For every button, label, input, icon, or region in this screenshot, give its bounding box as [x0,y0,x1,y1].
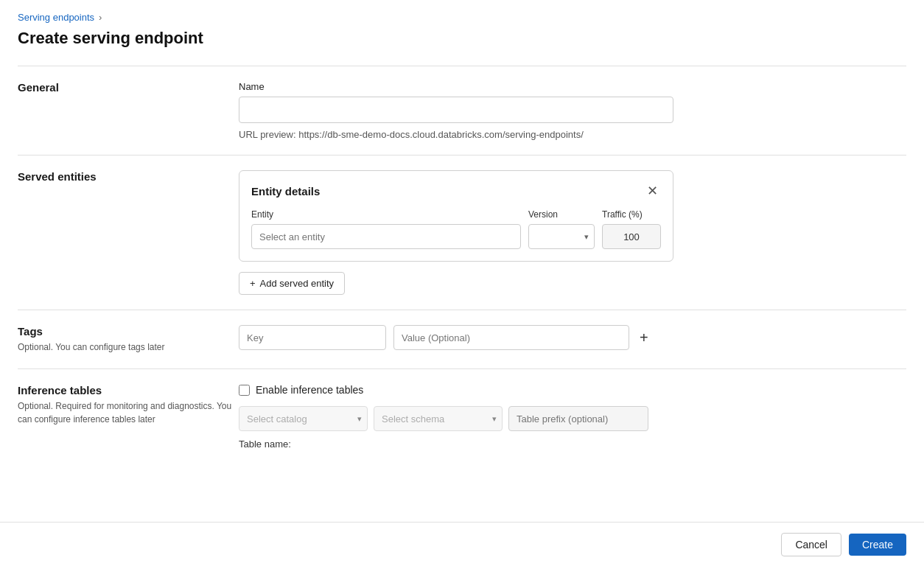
general-heading: General [18,81,239,94]
served-entities-label: Served entities [18,170,239,295]
name-field-label: Name [239,81,906,92]
entity-select-input[interactable] [251,224,521,249]
served-entities-content: Entity details ✕ Entity Version [239,170,906,295]
tag-value-input[interactable] [393,325,629,350]
version-select-wrapper [528,224,595,249]
tags-heading: Tags [18,325,239,338]
inference-tables-content: Enable inference tables Select catalog S… [239,384,906,450]
url-preview: URL preview: https://db-sme-demo-docs.cl… [239,129,906,140]
inference-tables-label: Inference tables Optional. Required for … [18,384,239,450]
schema-select-wrapper: Select schema [374,406,503,431]
schema-select[interactable]: Select schema [374,406,503,431]
url-preview-prefix: URL preview: [239,129,296,140]
enable-inference-label[interactable]: Enable inference tables [256,384,363,396]
traffic-input[interactable] [602,224,661,249]
entity-col-label: Entity [251,209,521,220]
general-section-label: General [18,81,239,140]
served-entities-section: Served entities Entity details ✕ Entity [18,155,906,310]
breadcrumb-separator: › [99,12,102,23]
tag-key-input[interactable] [239,325,386,350]
enable-inference-checkbox-row: Enable inference tables [239,384,906,396]
entity-card-close-button[interactable]: ✕ [644,183,661,199]
entity-card-header: Entity details ✕ [251,183,661,199]
add-icon: + [250,278,256,289]
inference-selects-row: Select catalog Select schema [239,406,906,431]
table-name-row: Table name: [239,439,906,450]
entity-field: Entity [251,209,521,249]
inference-tables-description: Optional. Required for monitoring and di… [18,399,239,426]
traffic-col-label: Traffic (%) [602,209,661,220]
tags-section: Tags Optional. You can configure tags la… [18,310,906,368]
traffic-field: Traffic (%) [602,209,661,249]
table-prefix-input[interactable] [508,406,648,431]
cancel-button[interactable]: Cancel [781,533,841,556]
breadcrumb-link[interactable]: Serving endpoints [18,12,94,23]
table-name-label: Table name: [239,439,291,450]
tags-section-label: Tags Optional. You can configure tags la… [18,325,239,354]
tags-row: + [239,325,906,350]
inference-tables-heading: Inference tables [18,384,239,396]
entity-card-title: Entity details [251,185,320,198]
tags-section-content: + [239,325,906,354]
entity-fields: Entity Version Traffic [251,209,661,249]
add-entity-label: Add served entity [260,278,334,289]
url-preview-value: https://db-sme-demo-docs.cloud.databrick… [298,129,584,140]
create-button[interactable]: Create [849,534,906,556]
enable-inference-checkbox[interactable] [239,385,250,396]
footer-bar: Cancel Create [0,522,924,566]
served-entities-heading: Served entities [18,170,239,183]
catalog-select[interactable]: Select catalog [239,406,368,431]
general-section: General Name URL preview: https://db-sme… [18,66,906,155]
name-input[interactable] [239,97,673,123]
page-title: Create serving endpoint [18,29,906,48]
tags-description: Optional. You can configure tags later [18,340,239,354]
catalog-select-wrapper: Select catalog [239,406,368,431]
add-served-entity-button[interactable]: + Add served entity [239,272,345,295]
add-tag-button[interactable]: + [637,329,651,346]
entity-card: Entity details ✕ Entity Version [239,170,673,262]
breadcrumb: Serving endpoints › [18,12,906,23]
general-section-content: Name URL preview: https://db-sme-demo-do… [239,81,906,140]
version-select[interactable] [528,224,595,249]
version-field: Version [528,209,595,249]
inference-tables-section: Inference tables Optional. Required for … [18,368,906,464]
version-col-label: Version [528,209,595,220]
